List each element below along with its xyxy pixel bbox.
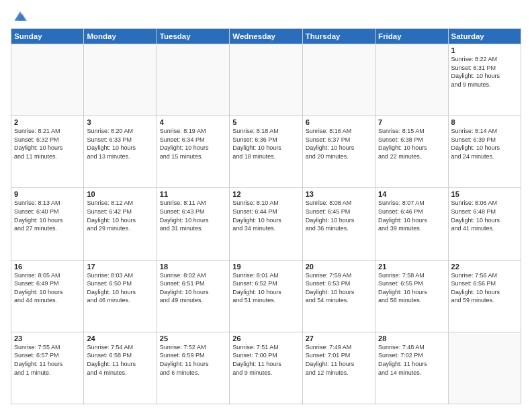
day-number: 15: [451, 190, 518, 198]
day-info: Sunrise: 8:01 AM Sunset: 6:52 PM Dayligh…: [232, 271, 299, 305]
day-number: 18: [160, 263, 226, 271]
calendar-day-cell: 7Sunrise: 8:15 AM Sunset: 6:38 PM Daylig…: [375, 116, 448, 188]
calendar-day-cell: 23Sunrise: 7:55 AM Sunset: 6:57 PM Dayli…: [11, 332, 84, 404]
day-info: Sunrise: 8:21 AM Sunset: 6:32 PM Dayligh…: [14, 127, 81, 161]
day-number: 9: [14, 190, 81, 198]
calendar-day-cell: [11, 44, 84, 116]
day-number: 1: [451, 46, 518, 54]
day-number: 3: [87, 118, 153, 126]
day-number: 26: [232, 334, 299, 342]
calendar-day-cell: 8Sunrise: 8:14 AM Sunset: 6:39 PM Daylig…: [448, 116, 521, 188]
calendar-day-cell: 10Sunrise: 8:12 AM Sunset: 6:42 PM Dayli…: [84, 188, 157, 260]
calendar-day-cell: 17Sunrise: 8:03 AM Sunset: 6:50 PM Dayli…: [84, 260, 157, 332]
calendar-week-row: 1Sunrise: 8:22 AM Sunset: 6:31 PM Daylig…: [11, 44, 521, 116]
calendar-day-cell: 2Sunrise: 8:21 AM Sunset: 6:32 PM Daylig…: [11, 116, 84, 188]
calendar-day-cell: 12Sunrise: 8:10 AM Sunset: 6:44 PM Dayli…: [230, 188, 302, 260]
calendar-day-cell: 6Sunrise: 8:16 AM Sunset: 6:37 PM Daylig…: [302, 116, 375, 188]
day-info: Sunrise: 8:03 AM Sunset: 6:50 PM Dayligh…: [87, 271, 153, 305]
day-info: Sunrise: 8:07 AM Sunset: 6:46 PM Dayligh…: [378, 199, 445, 232]
day-info: Sunrise: 7:58 AM Sunset: 6:55 PM Dayligh…: [378, 271, 445, 305]
calendar-day-cell: 11Sunrise: 8:11 AM Sunset: 6:43 PM Dayli…: [157, 188, 229, 260]
day-number: 24: [87, 334, 153, 342]
calendar-day-cell: 25Sunrise: 7:52 AM Sunset: 6:59 PM Dayli…: [157, 332, 229, 404]
day-number: 12: [232, 190, 299, 198]
day-number: 21: [378, 263, 445, 271]
day-number: 10: [87, 190, 153, 198]
weekday-header: Thursday: [302, 29, 375, 44]
logo-icon: [12, 8, 28, 24]
day-info: Sunrise: 7:54 AM Sunset: 6:58 PM Dayligh…: [87, 343, 153, 377]
day-number: 7: [378, 118, 445, 126]
calendar-week-row: 23Sunrise: 7:55 AM Sunset: 6:57 PM Dayli…: [11, 332, 521, 404]
calendar-body: 1Sunrise: 8:22 AM Sunset: 6:31 PM Daylig…: [11, 44, 521, 404]
day-info: Sunrise: 8:22 AM Sunset: 6:31 PM Dayligh…: [451, 55, 518, 89]
calendar-day-cell: 5Sunrise: 8:18 AM Sunset: 6:36 PM Daylig…: [230, 116, 302, 188]
day-info: Sunrise: 7:59 AM Sunset: 6:53 PM Dayligh…: [306, 271, 372, 305]
calendar-day-cell: 21Sunrise: 7:58 AM Sunset: 6:55 PM Dayli…: [375, 260, 448, 332]
weekday-header: Saturday: [448, 29, 521, 44]
day-info: Sunrise: 8:15 AM Sunset: 6:38 PM Dayligh…: [378, 127, 445, 161]
logo: [11, 8, 28, 23]
calendar-day-cell: [157, 44, 229, 116]
day-number: 14: [378, 190, 445, 198]
calendar-header: SundayMondayTuesdayWednesdayThursdayFrid…: [11, 29, 521, 44]
day-info: Sunrise: 8:16 AM Sunset: 6:37 PM Dayligh…: [306, 127, 372, 161]
weekday-header: Monday: [84, 29, 157, 44]
day-number: 20: [306, 263, 372, 271]
calendar-day-cell: 14Sunrise: 8:07 AM Sunset: 6:46 PM Dayli…: [375, 188, 448, 260]
calendar-day-cell: 18Sunrise: 8:02 AM Sunset: 6:51 PM Dayli…: [157, 260, 229, 332]
calendar-day-cell: 20Sunrise: 7:59 AM Sunset: 6:53 PM Dayli…: [302, 260, 375, 332]
weekday-header: Friday: [375, 29, 448, 44]
calendar-day-cell: 16Sunrise: 8:05 AM Sunset: 6:49 PM Dayli…: [11, 260, 84, 332]
calendar-day-cell: 28Sunrise: 7:48 AM Sunset: 7:02 PM Dayli…: [375, 332, 448, 404]
day-info: Sunrise: 8:19 AM Sunset: 6:34 PM Dayligh…: [160, 127, 226, 161]
calendar-table: SundayMondayTuesdayWednesdayThursdayFrid…: [11, 28, 521, 404]
calendar-day-cell: 1Sunrise: 8:22 AM Sunset: 6:31 PM Daylig…: [448, 44, 521, 116]
day-number: 19: [232, 263, 299, 271]
day-number: 13: [306, 190, 372, 198]
calendar-day-cell: 22Sunrise: 7:56 AM Sunset: 6:56 PM Dayli…: [448, 260, 521, 332]
day-number: 2: [14, 118, 81, 126]
day-info: Sunrise: 8:18 AM Sunset: 6:36 PM Dayligh…: [232, 127, 299, 161]
calendar-week-row: 2Sunrise: 8:21 AM Sunset: 6:32 PM Daylig…: [11, 116, 521, 188]
day-number: 4: [160, 118, 226, 126]
day-info: Sunrise: 8:13 AM Sunset: 6:40 PM Dayligh…: [14, 199, 81, 232]
day-info: Sunrise: 8:11 AM Sunset: 6:43 PM Dayligh…: [160, 199, 226, 232]
day-number: 27: [306, 334, 372, 342]
calendar-day-cell: 4Sunrise: 8:19 AM Sunset: 6:34 PM Daylig…: [157, 116, 229, 188]
day-info: Sunrise: 8:20 AM Sunset: 6:33 PM Dayligh…: [87, 127, 153, 161]
calendar-day-cell: [84, 44, 157, 116]
day-info: Sunrise: 7:56 AM Sunset: 6:56 PM Dayligh…: [451, 271, 518, 305]
calendar-day-cell: 24Sunrise: 7:54 AM Sunset: 6:58 PM Dayli…: [84, 332, 157, 404]
day-info: Sunrise: 7:55 AM Sunset: 6:57 PM Dayligh…: [14, 343, 81, 377]
calendar-day-cell: [302, 44, 375, 116]
day-info: Sunrise: 8:05 AM Sunset: 6:49 PM Dayligh…: [14, 271, 81, 305]
weekday-header: Sunday: [11, 29, 84, 44]
calendar-day-cell: [230, 44, 302, 116]
header: [11, 8, 521, 23]
calendar-day-cell: 9Sunrise: 8:13 AM Sunset: 6:40 PM Daylig…: [11, 188, 84, 260]
calendar-day-cell: 13Sunrise: 8:08 AM Sunset: 6:45 PM Dayli…: [302, 188, 375, 260]
day-number: 22: [451, 263, 518, 271]
day-info: Sunrise: 8:02 AM Sunset: 6:51 PM Dayligh…: [160, 271, 226, 305]
day-info: Sunrise: 8:12 AM Sunset: 6:42 PM Dayligh…: [87, 199, 153, 232]
day-info: Sunrise: 7:48 AM Sunset: 7:02 PM Dayligh…: [378, 343, 445, 377]
day-info: Sunrise: 8:10 AM Sunset: 6:44 PM Dayligh…: [232, 199, 299, 232]
calendar-day-cell: 26Sunrise: 7:51 AM Sunset: 7:00 PM Dayli…: [230, 332, 302, 404]
calendar-day-cell: 3Sunrise: 8:20 AM Sunset: 6:33 PM Daylig…: [84, 116, 157, 188]
calendar-day-cell: 27Sunrise: 7:49 AM Sunset: 7:01 PM Dayli…: [302, 332, 375, 404]
day-number: 16: [14, 263, 81, 271]
calendar-week-row: 9Sunrise: 8:13 AM Sunset: 6:40 PM Daylig…: [11, 188, 521, 260]
day-number: 25: [160, 334, 226, 342]
calendar-day-cell: [448, 332, 521, 404]
calendar-day-cell: 15Sunrise: 8:06 AM Sunset: 6:48 PM Dayli…: [448, 188, 521, 260]
day-info: Sunrise: 8:08 AM Sunset: 6:45 PM Dayligh…: [306, 199, 372, 232]
calendar-day-cell: 19Sunrise: 8:01 AM Sunset: 6:52 PM Dayli…: [230, 260, 302, 332]
day-number: 17: [87, 263, 153, 271]
day-info: Sunrise: 8:14 AM Sunset: 6:39 PM Dayligh…: [451, 127, 518, 161]
weekday-header: Tuesday: [157, 29, 229, 44]
calendar-day-cell: [375, 44, 448, 116]
weekday-header: Wednesday: [230, 29, 302, 44]
page: SundayMondayTuesdayWednesdayThursdayFrid…: [0, 0, 532, 411]
day-number: 11: [160, 190, 226, 198]
